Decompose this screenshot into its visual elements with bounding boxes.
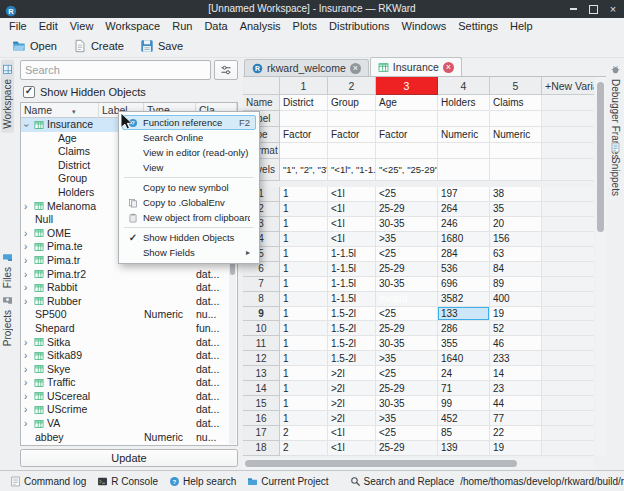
cell-r14-c1[interactable]: 1 xyxy=(280,381,328,396)
cell-r14-c5[interactable]: 23 xyxy=(490,381,542,396)
cell-r2-c2[interactable]: <1l xyxy=(328,202,376,217)
cell-r13-c1[interactable]: 1 xyxy=(280,366,328,381)
context-item-show-hidden-objects[interactable]: ✓Show Hidden Objects xyxy=(122,230,256,245)
cell-r15-c2[interactable]: >2l xyxy=(328,396,376,411)
cell-r14-c2[interactable]: >2l xyxy=(328,381,376,396)
column-header-4[interactable]: 4 xyxy=(438,77,490,95)
cell-r3-c4[interactable]: 246 xyxy=(438,217,490,232)
type-cell-1[interactable]: Factor xyxy=(280,127,328,143)
maximize-button[interactable] xyxy=(587,3,599,15)
cell-r7-c5[interactable]: 89 xyxy=(490,277,542,292)
context-item-function-reference[interactable]: ?Function referenceF2 xyxy=(122,115,256,130)
menu-run[interactable]: Run xyxy=(166,18,198,35)
menu-distributions[interactable]: Distributions xyxy=(323,18,396,35)
cell-r18-c2[interactable]: <1l xyxy=(328,441,376,456)
cell-r10-c5[interactable]: 52 xyxy=(490,321,542,336)
update-button[interactable]: Update xyxy=(20,449,238,467)
cell-r15-c4[interactable]: 99 xyxy=(438,396,490,411)
format-cell-2[interactable] xyxy=(328,143,376,159)
tab-rkward-welcome[interactable]: Rrkward_welcome× xyxy=(244,59,369,76)
cell-r4-c1[interactable]: 1 xyxy=(280,232,328,247)
tree-item-pima-tr2[interactable]: ›Pima.tr2dat... xyxy=(21,268,237,282)
collapse-icon[interactable]: › xyxy=(21,124,33,127)
cell-r10-c2[interactable]: 1.5-2l xyxy=(328,321,376,336)
tree-item-sitka[interactable]: ›Sitkadat... xyxy=(21,336,237,350)
levels-cell-2[interactable]: "<1l", "1-1.5l", "1.5-2l", ">2l" xyxy=(328,159,376,181)
label-cell-3[interactable] xyxy=(376,111,438,127)
statusbar-search-and-replace-button[interactable]: Search and Replace xyxy=(345,475,460,488)
show-hidden-checkbox[interactable]: ✓ xyxy=(23,86,35,98)
cell-r3-c3[interactable]: 30-35 xyxy=(376,217,438,232)
cell-r8-c5[interactable]: 400 xyxy=(490,292,542,307)
toolbar-open-button[interactable]: Open xyxy=(5,37,64,55)
row-header-7[interactable]: 7 xyxy=(243,277,280,292)
cell-r3-c1[interactable]: 1 xyxy=(280,217,328,232)
minimize-button[interactable] xyxy=(567,3,579,15)
name-cell-2[interactable]: Group xyxy=(328,95,376,111)
cell-r11-c3[interactable]: 30-35 xyxy=(376,336,438,351)
cell-r12-c2[interactable]: 1.5-2l xyxy=(328,351,376,366)
cell-r14-c4[interactable]: 71 xyxy=(438,381,490,396)
format-cell-4[interactable] xyxy=(438,143,490,159)
menu-file[interactable]: File xyxy=(3,18,33,35)
statusbar-help-search-button[interactable]: ?Help search xyxy=(164,475,241,488)
tree-item-uscrime[interactable]: ›UScrimedat... xyxy=(21,403,237,417)
cell-r10-c3[interactable]: 25-29 xyxy=(376,321,438,336)
cell-r6-c2[interactable]: 1-1.5l xyxy=(328,262,376,277)
dock-tab-files[interactable]: Files xyxy=(1,248,14,292)
dock-tab-workspace[interactable]: Workspace xyxy=(1,60,14,133)
menu-settings[interactable]: Settings xyxy=(452,18,504,35)
menu-windows[interactable]: Windows xyxy=(396,18,453,35)
cell-r4-c5[interactable]: 156 xyxy=(490,232,542,247)
format-cell-3[interactable] xyxy=(376,143,438,159)
menu-help[interactable]: Help xyxy=(504,18,539,35)
type-cell-2[interactable]: Factor xyxy=(328,127,376,143)
cell-r7-c4[interactable]: 696 xyxy=(438,277,490,292)
cell-r16-c2[interactable]: >2l xyxy=(328,411,376,426)
cell-r8-c1[interactable]: 1 xyxy=(280,292,328,307)
cell-r12-c3[interactable]: >35 xyxy=(376,351,438,366)
menu-edit[interactable]: Edit xyxy=(33,18,64,35)
expand-icon[interactable]: › xyxy=(24,349,27,363)
cell-r8-c3[interactable]: invalid xyxy=(376,292,438,307)
name-cell-5[interactable]: Claims xyxy=(490,95,542,111)
cell-r9-c2[interactable]: 1.5-2l xyxy=(328,307,376,322)
cell-r16-c3[interactable]: >35 xyxy=(376,411,438,426)
column-header-1[interactable]: 1 xyxy=(280,77,328,95)
tab-close-icon[interactable]: × xyxy=(350,63,361,74)
type-cell-4[interactable]: Numeric xyxy=(438,127,490,143)
tree-item-rubber[interactable]: ›Rubberdat... xyxy=(21,295,237,309)
expand-icon[interactable]: › xyxy=(24,268,27,282)
cell-r9-c1[interactable]: 1 xyxy=(280,307,328,322)
format-cell-5[interactable] xyxy=(490,143,542,159)
type-cell-5[interactable]: Numeric xyxy=(490,127,542,143)
cell-r5-c4[interactable]: 284 xyxy=(438,247,490,262)
cell-r11-c4[interactable]: 355 xyxy=(438,336,490,351)
cell-r10-c1[interactable]: 1 xyxy=(280,321,328,336)
cell-r16-c4[interactable]: 452 xyxy=(438,411,490,426)
cell-r13-c4[interactable]: 24 xyxy=(438,366,490,381)
cell-r3-c5[interactable]: 20 xyxy=(490,217,542,232)
cell-r5-c5[interactable]: 63 xyxy=(490,247,542,262)
statusbar-command-log-button[interactable]: Command log xyxy=(5,475,91,488)
cell-r7-c1[interactable]: 1 xyxy=(280,277,328,292)
cell-r16-c5[interactable]: 77 xyxy=(490,411,542,426)
context-item-search-online[interactable]: Search Online xyxy=(122,130,256,145)
tree-column-name[interactable]: Name▾ xyxy=(21,103,99,118)
row-header-10[interactable]: 10 xyxy=(243,321,280,336)
toolbar-create-button[interactable]: Create xyxy=(66,37,131,55)
dock-tab-projects[interactable]: Projects xyxy=(1,291,14,350)
cell-r12-c1[interactable]: 1 xyxy=(280,351,328,366)
context-item-show-fields[interactable]: Show Fields▸ xyxy=(122,245,256,260)
toolbar-save-button[interactable]: Save xyxy=(133,37,190,55)
cell-r8-c2[interactable]: 1-1.5l xyxy=(328,292,376,307)
cell-r3-c2[interactable]: <1l xyxy=(328,217,376,232)
expand-icon[interactable]: › xyxy=(24,240,27,254)
cell-r13-c5[interactable]: 14 xyxy=(490,366,542,381)
cell-r9-c5[interactable]: 19 xyxy=(490,307,542,322)
statusbar-current-project-button[interactable]: Current Project xyxy=(242,475,333,488)
cell-r1-c2[interactable]: <1l xyxy=(328,187,376,202)
statusbar-r-console-button[interactable]: R Console xyxy=(92,475,163,488)
cell-r12-c5[interactable]: 233 xyxy=(490,351,542,366)
column-header-3[interactable]: 3 xyxy=(376,77,438,95)
